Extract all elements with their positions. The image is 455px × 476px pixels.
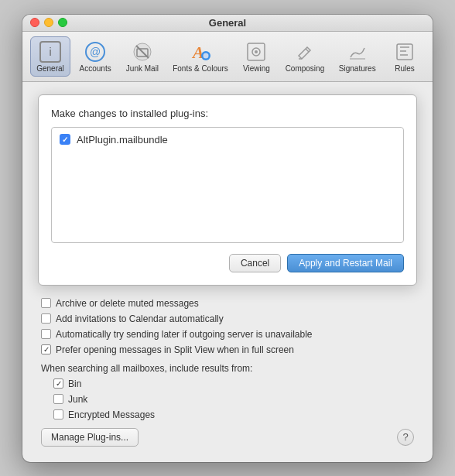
- close-button[interactable]: [30, 18, 39, 27]
- setting-splitview: ✓ Prefer opening messages in Split View …: [41, 344, 414, 355]
- junk-search-checkbox[interactable]: [53, 394, 63, 404]
- splitview-checkbox[interactable]: ✓: [41, 344, 51, 354]
- setting-invitations: Add invitations to Calendar automaticall…: [41, 313, 414, 324]
- plugin-item[interactable]: AltPlugin.mailbundle: [55, 131, 400, 149]
- rules-icon: [393, 40, 416, 63]
- toolbar-label-fonts: Fonts & Colours: [173, 64, 228, 73]
- main-window: General i General @ Accounts Junk Mail A: [22, 15, 433, 462]
- window-title: General: [209, 17, 246, 29]
- maximize-button[interactable]: [58, 18, 67, 27]
- toolbar-item-signatures[interactable]: Signatures: [333, 36, 381, 77]
- plugin-checkbox[interactable]: [60, 134, 70, 145]
- viewing-icon: [245, 40, 268, 63]
- archive-label: Archive or delete muted messages: [56, 298, 199, 309]
- toolbar-item-viewing[interactable]: Viewing: [236, 36, 276, 77]
- junk-icon: [131, 40, 154, 63]
- composing-icon: [293, 40, 316, 63]
- encrypted-label: Encrypted Messages: [68, 409, 155, 420]
- manage-row: Manage Plug-ins... ?: [41, 428, 414, 447]
- toolbar-item-rules[interactable]: Rules: [385, 36, 425, 77]
- toolbar-item-composing[interactable]: Composing: [279, 36, 330, 77]
- manage-plugins-button[interactable]: Manage Plug-ins...: [41, 428, 139, 447]
- toolbar-label-signatures: Signatures: [339, 64, 376, 73]
- search-section: When searching all mailboxes, include re…: [41, 363, 414, 420]
- traffic-lights: [30, 18, 67, 27]
- sending-label: Automatically try sending later if outgo…: [56, 329, 313, 340]
- svg-line-11: [306, 49, 309, 52]
- apply-restart-button[interactable]: Apply and Restart Mail: [287, 254, 404, 272]
- svg-text:A: A: [191, 43, 204, 62]
- search-option-encrypted: Encrypted Messages: [53, 409, 414, 420]
- search-label: When searching all mailboxes, include re…: [41, 363, 414, 374]
- general-icon: i: [39, 40, 62, 63]
- invitations-checkbox[interactable]: [41, 313, 51, 324]
- junk-search-label: Junk: [68, 394, 87, 405]
- svg-point-7: [204, 53, 209, 58]
- toolbar-label-rules: Rules: [395, 64, 415, 73]
- toolbar-item-general[interactable]: i General: [30, 36, 70, 77]
- toolbar-item-accounts[interactable]: @ Accounts: [74, 36, 117, 77]
- bin-checkbox[interactable]: ✓: [53, 378, 63, 389]
- toolbar-label-accounts: Accounts: [80, 64, 111, 73]
- setting-sending: Automatically try sending later if outgo…: [41, 329, 414, 340]
- plugin-list[interactable]: AltPlugin.mailbundle: [51, 127, 404, 243]
- invitations-label: Add invitations to Calendar automaticall…: [56, 313, 224, 324]
- setting-archive: Archive or delete muted messages: [41, 298, 414, 309]
- plugin-modal: Make changes to installed plug-ins: AltP…: [38, 94, 417, 286]
- titlebar: General: [22, 15, 433, 32]
- svg-point-10: [255, 50, 258, 53]
- modal-title: Make changes to installed plug-ins:: [51, 108, 404, 119]
- plugin-name: AltPlugin.mailbundle: [77, 134, 168, 146]
- search-options: ✓ Bin Junk Encrypted Messages: [53, 378, 414, 420]
- toolbar-label-composing: Composing: [286, 64, 325, 73]
- accounts-icon: @: [84, 40, 107, 63]
- encrypted-checkbox[interactable]: [53, 409, 63, 419]
- splitview-label: Prefer opening messages in Split View wh…: [56, 344, 294, 355]
- minimize-button[interactable]: [44, 18, 53, 27]
- toolbar: i General @ Accounts Junk Mail A: [22, 32, 433, 82]
- help-button[interactable]: ?: [397, 429, 414, 446]
- settings-section: Archive or delete muted messages Add inv…: [38, 298, 417, 447]
- archive-checkbox[interactable]: [41, 298, 51, 308]
- svg-rect-14: [397, 44, 412, 60]
- signatures-icon: [346, 40, 369, 63]
- toolbar-label-viewing: Viewing: [243, 64, 270, 73]
- search-option-bin: ✓ Bin: [53, 378, 414, 389]
- toolbar-label-general: General: [36, 64, 64, 73]
- toolbar-label-junk: Junk Mail: [126, 64, 159, 73]
- bin-label: Bin: [68, 378, 81, 389]
- toolbar-item-junk[interactable]: Junk Mail: [120, 36, 164, 77]
- sending-checkbox[interactable]: [41, 329, 51, 339]
- main-content: Make changes to installed plug-ins: AltP…: [22, 82, 433, 462]
- toolbar-item-fonts[interactable]: A Fonts & Colours: [168, 36, 234, 77]
- search-option-junk: Junk: [53, 394, 414, 405]
- modal-buttons: Cancel Apply and Restart Mail: [51, 254, 404, 272]
- fonts-icon: A: [189, 40, 212, 63]
- svg-text:@: @: [90, 46, 101, 58]
- cancel-button[interactable]: Cancel: [229, 254, 281, 272]
